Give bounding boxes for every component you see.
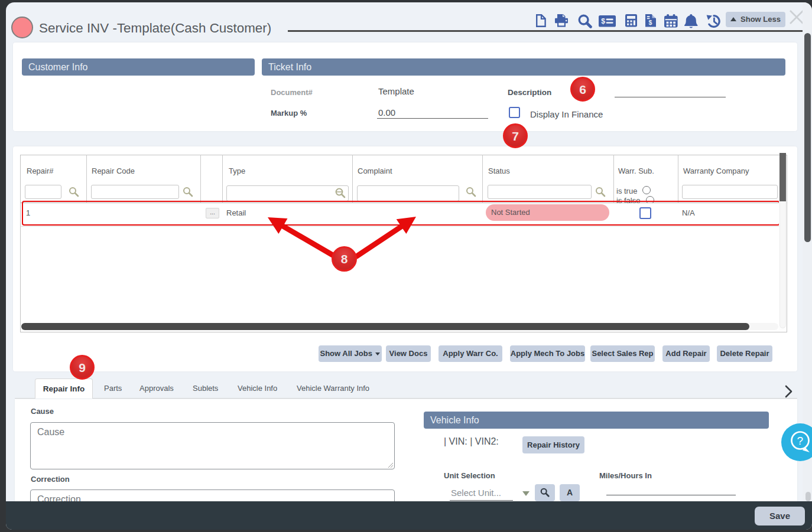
svg-text:$: $ [649, 19, 652, 26]
svg-text:?: ? [797, 435, 804, 447]
svg-text:$: $ [601, 17, 605, 25]
